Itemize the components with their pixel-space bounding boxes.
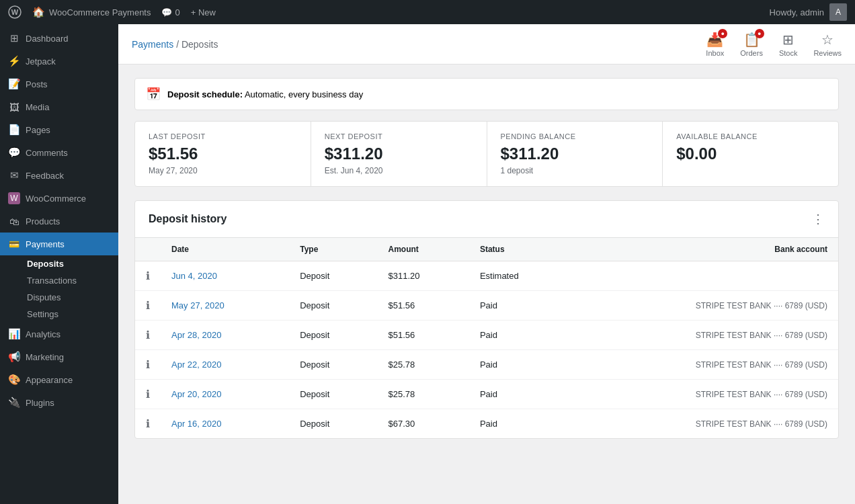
sidebar-label-jetpack: Jetpack [26, 56, 56, 67]
th-info [135, 238, 161, 261]
stat-available-balance: AVAILABLE BALANCE $0.00 [663, 122, 838, 186]
th-type: Type [289, 238, 377, 261]
pending-balance-label: PENDING BALANCE [501, 132, 649, 140]
row-status: Paid [469, 321, 573, 350]
avatar: A [829, 3, 847, 21]
next-deposit-value: $311.20 [325, 144, 473, 163]
row-bank: STRIPE TEST BANK ···· 6789 (USD) [573, 321, 838, 350]
payments-submenu: Deposits Transactions Disputes Settings [0, 255, 118, 323]
row-type: Deposit [289, 409, 377, 439]
sidebar-item-dashboard[interactable]: ⊞ Dashboard [0, 27, 118, 50]
wp-logo[interactable]: W [8, 5, 22, 19]
row-bank: STRIPE TEST BANK ···· 6789 (USD) [573, 409, 838, 439]
marketing-icon: 📢 [8, 351, 20, 363]
woocommerce-icon: W [8, 192, 20, 204]
last-deposit-value: $51.56 [149, 144, 297, 163]
inbox-icon: 📥● [706, 32, 723, 48]
last-deposit-label: LAST DEPOSIT [149, 132, 297, 140]
stock-button[interactable]: ⊞ Stock [779, 32, 798, 57]
stat-pending-balance: PENDING BALANCE $311.20 1 deposit [487, 122, 663, 186]
row-date[interactable]: Jun 4, 2020 [161, 261, 289, 291]
admin-bar: W 🏠 WooCommerce Payments 💬 0 + New Howdy… [0, 0, 855, 24]
sidebar-item-pages[interactable]: 📄 Pages [0, 118, 118, 141]
admin-user[interactable]: Howdy, admin A [770, 3, 847, 21]
breadcrumb: Payments / Deposits [132, 39, 706, 50]
sidebar-item-woocommerce[interactable]: W WooCommerce [0, 187, 118, 210]
row-status: Paid [469, 350, 573, 380]
available-balance-value: $0.00 [676, 144, 825, 163]
row-status: Estimated [469, 261, 573, 291]
row-type: Deposit [289, 321, 377, 350]
row-info-icon[interactable]: ℹ [135, 291, 161, 321]
sidebar-item-analytics[interactable]: 📊 Analytics [0, 323, 118, 345]
dashboard-icon: ⊞ [8, 32, 20, 44]
deposit-history-card: Deposit history ⋮ Date Type Amount Statu… [134, 200, 839, 439]
row-type: Deposit [289, 261, 377, 291]
table-row: ℹ Apr 16, 2020 Deposit $67.30 Paid STRIP… [135, 409, 838, 439]
sidebar-item-media[interactable]: 🖼 Media [0, 95, 118, 118]
orders-badge: ● [755, 29, 764, 38]
orders-label: Orders [740, 49, 763, 57]
row-date[interactable]: Apr 20, 2020 [161, 380, 289, 409]
sidebar-label-payments: Payments [26, 239, 65, 249]
breadcrumb-current: Deposits [181, 39, 218, 50]
stat-last-deposit: LAST DEPOSIT $51.56 May 27, 2020 [135, 122, 311, 186]
sidebar-item-plugins[interactable]: 🔌 Plugins [0, 391, 118, 414]
sidebar-item-marketing[interactable]: 📢 Marketing [0, 345, 118, 368]
stat-next-deposit: NEXT DEPOSIT $311.20 Est. Jun 4, 2020 [311, 122, 487, 186]
media-icon: 🖼 [8, 101, 20, 113]
table-row: ℹ Apr 22, 2020 Deposit $25.78 Paid STRIP… [135, 350, 838, 380]
sidebar-label-feedback: Feedback [26, 171, 64, 181]
sidebar-label-media: Media [26, 102, 49, 112]
comments-icon[interactable]: 💬 0 [161, 7, 179, 17]
sidebar-item-payments[interactable]: 💳 Payments [0, 233, 118, 255]
row-date[interactable]: Apr 16, 2020 [161, 409, 289, 439]
payments-icon: 💳 [8, 238, 20, 250]
sidebar-item-comments[interactable]: 💬 Comments [0, 141, 118, 164]
plugins-icon: 🔌 [8, 396, 20, 409]
row-amount: $51.56 [378, 321, 469, 350]
row-type: Deposit [289, 291, 377, 321]
sidebar-sub-transactions[interactable]: Transactions [27, 272, 118, 289]
content-area: 📅 Deposit schedule: Automatic, every bus… [118, 65, 855, 504]
sidebar-item-feedback[interactable]: ✉ Feedback [0, 164, 118, 187]
comments-nav-icon: 💬 [8, 146, 20, 159]
sidebar-item-posts[interactable]: 📝 Posts [0, 73, 118, 95]
sidebar-sub-deposits[interactable]: Deposits [27, 255, 118, 272]
row-bank [573, 261, 838, 291]
row-info-icon[interactable]: ℹ [135, 409, 161, 439]
sidebar-label-woocommerce: WooCommerce [26, 194, 86, 204]
row-bank: STRIPE TEST BANK ···· 6789 (USD) [573, 350, 838, 380]
sidebar-label-analytics: Analytics [26, 329, 60, 339]
sidebar-item-jetpack[interactable]: ⚡ Jetpack [0, 50, 118, 73]
inbox-button[interactable]: 📥● Inbox [706, 32, 724, 57]
th-bank: Bank account [573, 238, 838, 261]
stock-label: Stock [779, 49, 798, 57]
topbar-actions: 📥● Inbox 📋● Orders ⊞ Stock ☆ Reviews [706, 32, 842, 57]
row-info-icon[interactable]: ℹ [135, 261, 161, 291]
topbar: Payments / Deposits 📥● Inbox 📋● Orders [118, 24, 855, 65]
row-date[interactable]: Apr 22, 2020 [161, 350, 289, 380]
posts-icon: 📝 [8, 78, 20, 90]
sidebar-sub-settings[interactable]: Settings [27, 306, 118, 323]
reviews-button[interactable]: ☆ Reviews [813, 32, 842, 57]
new-button[interactable]: + New [191, 7, 216, 17]
row-info-icon[interactable]: ℹ [135, 380, 161, 409]
orders-button[interactable]: 📋● Orders [740, 32, 763, 57]
sidebar-item-products[interactable]: 🛍 Products [0, 210, 118, 233]
row-amount: $25.78 [378, 380, 469, 409]
history-menu-button[interactable]: ⋮ [812, 212, 825, 226]
row-date[interactable]: May 27, 2020 [161, 291, 289, 321]
breadcrumb-link[interactable]: Payments [132, 39, 173, 50]
sidebar-item-appearance[interactable]: 🎨 Appearance [0, 368, 118, 391]
deposit-history-table: Date Type Amount Status Bank account ℹ J… [135, 238, 838, 438]
sidebar: ⊞ Dashboard ⚡ Jetpack 📝 Posts 🖼 Media 📄 … [0, 24, 118, 504]
row-date[interactable]: Apr 28, 2020 [161, 321, 289, 350]
sidebar-sub-disputes[interactable]: Disputes [27, 289, 118, 306]
row-info-icon[interactable]: ℹ [135, 350, 161, 380]
site-name[interactable]: 🏠 WooCommerce Payments [32, 6, 151, 18]
th-amount: Amount [378, 238, 469, 261]
th-date: Date [161, 238, 289, 261]
row-info-icon[interactable]: ℹ [135, 321, 161, 350]
pending-balance-sub: 1 deposit [501, 166, 649, 175]
